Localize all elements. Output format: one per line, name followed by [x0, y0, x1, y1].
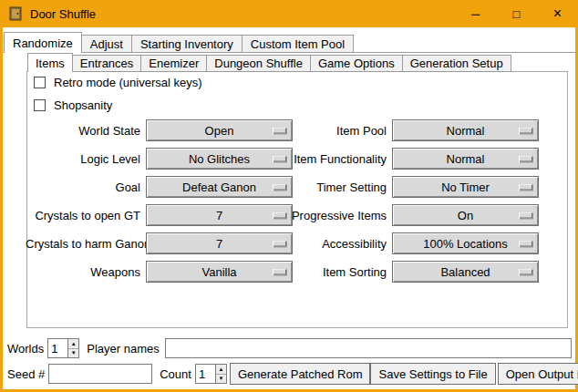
- dropdown-value: Balanced: [440, 265, 490, 279]
- shopsanity-checkbox[interactable]: [34, 99, 46, 111]
- tab-dungeon-shuffle[interactable]: Dungeon Shuffle: [206, 55, 311, 72]
- player-names-input[interactable]: [165, 338, 572, 358]
- shopsanity-row: Shopsanity: [34, 98, 112, 112]
- dropdown-value: Defeat Ganon: [182, 181, 256, 194]
- tab-game-options[interactable]: Game Options: [310, 55, 403, 72]
- tab-adjust[interactable]: Adjust: [81, 35, 132, 53]
- tab-entrances[interactable]: Entrances: [72, 55, 142, 72]
- logic-level-dropdown[interactable]: No Glitches: [146, 148, 293, 170]
- item-pool-dropdown[interactable]: Normal: [392, 119, 539, 141]
- crystals-harm-ganon-label: Crystals to harm Ganon: [26, 237, 146, 251]
- count-label: Count: [160, 367, 191, 381]
- title-bar[interactable]: Door Shuffle ─ □ ×: [0, 0, 578, 27]
- sub-tab-bar: Items Entrances Enemizer Dungeon Shuffle…: [27, 53, 511, 72]
- crystals-harm-ganon-dropdown[interactable]: 7: [146, 232, 293, 254]
- dropdown-value: No Glitches: [189, 152, 250, 166]
- progressive-items-dropdown[interactable]: On: [392, 204, 539, 226]
- option-row: World State Open: [26, 119, 293, 141]
- minimize-button-icon[interactable]: ─: [455, 0, 496, 27]
- item-pool-label: Item Pool: [275, 124, 392, 138]
- goal-dropdown[interactable]: Defeat Ganon: [146, 176, 293, 198]
- dropdown-value: 7: [216, 237, 222, 251]
- option-row: Item Pool Normal: [275, 119, 539, 141]
- generate-row: Seed # Count ▲ ▼ Generate Patched Rom Sa…: [7, 363, 572, 385]
- world-state-label: World State: [26, 124, 146, 138]
- tab-custom-item-pool[interactable]: Custom Item Pool: [242, 35, 354, 53]
- app-icon: [8, 6, 23, 21]
- save-settings-button[interactable]: Save Settings to File: [370, 363, 495, 385]
- count-spinner: ▲ ▼: [195, 364, 227, 384]
- dropdown-value: Open: [205, 124, 234, 138]
- weapons-dropdown[interactable]: Vanilla: [146, 261, 293, 283]
- goal-label: Goal: [26, 181, 146, 194]
- dropdown-indicator-icon: [519, 184, 532, 191]
- open-output-directory-button[interactable]: Open Output Directory: [498, 363, 578, 385]
- dropdown-value: Vanilla: [201, 265, 236, 279]
- spin-up-icon[interactable]: ▲: [68, 339, 78, 348]
- worlds-row: Worlds ▲ ▼ Player names: [7, 338, 572, 358]
- window-title: Door Shuffle: [30, 7, 96, 21]
- world-state-dropdown[interactable]: Open: [146, 119, 293, 141]
- option-row: Goal Defeat Ganon: [26, 176, 293, 198]
- dropdown-indicator-icon: [519, 128, 532, 134]
- accessibility-dropdown[interactable]: 100% Locations: [392, 232, 539, 254]
- tab-enemizer[interactable]: Enemizer: [140, 55, 207, 72]
- option-row: Progressive Items On: [275, 204, 539, 226]
- option-row: Item Sorting Balanced: [275, 261, 539, 283]
- maximize-button-icon[interactable]: □: [496, 0, 537, 27]
- tab-generation-setup[interactable]: Generation Setup: [402, 55, 511, 72]
- dropdown-value: No Timer: [441, 181, 490, 194]
- retro-mode-row: Retro mode (universal keys): [34, 75, 202, 89]
- timer-setting-dropdown[interactable]: No Timer: [392, 176, 539, 198]
- shopsanity-label: Shopsanity: [54, 98, 112, 112]
- timer-setting-label: Timer Setting: [275, 181, 392, 194]
- dropdown-indicator-icon: [519, 241, 532, 247]
- tab-randomize[interactable]: Randomize: [4, 32, 82, 53]
- option-row: Crystals to harm Ganon 7: [26, 232, 293, 254]
- weapons-label: Weapons: [26, 265, 146, 279]
- close-button-icon[interactable]: ×: [537, 0, 578, 27]
- dropdown-value: 7: [216, 209, 222, 222]
- dropdown-value: Normal: [447, 152, 485, 166]
- option-row: Logic Level No Glitches: [26, 148, 293, 170]
- crystals-open-gt-label: Crystals to open GT: [26, 209, 146, 222]
- dropdown-value: Normal: [447, 124, 485, 138]
- item-functionality-label: Item Functionality: [275, 152, 392, 166]
- worlds-spinner: ▲ ▼: [47, 338, 79, 358]
- options-column-right: Item Pool Normal Item Functionality Norm…: [275, 119, 539, 289]
- worlds-label: Worlds: [7, 342, 44, 356]
- main-tab-bar: Randomize Adjust Starting Inventory Cust…: [4, 32, 354, 53]
- dropdown-value: 100% Locations: [423, 237, 508, 251]
- app-window: Door Shuffle ─ □ × Randomize Adjust Star…: [0, 0, 578, 392]
- dropdown-indicator-icon: [519, 212, 532, 219]
- logic-level-label: Logic Level: [26, 152, 146, 166]
- generate-patched-rom-button[interactable]: Generate Patched Rom: [230, 363, 371, 385]
- retro-mode-label: Retro mode (universal keys): [54, 76, 202, 89]
- spin-down-icon[interactable]: ▼: [68, 348, 78, 358]
- options-column-left: World State Open Logic Level No Glitches…: [26, 119, 293, 289]
- count-input[interactable]: [195, 364, 215, 384]
- worlds-spin-arrows: ▲ ▼: [67, 338, 79, 358]
- item-sorting-label: Item Sorting: [275, 265, 392, 279]
- seed-input[interactable]: [48, 364, 152, 384]
- seed-label: Seed #: [7, 367, 45, 381]
- spin-up-icon[interactable]: ▲: [216, 365, 226, 374]
- tab-items[interactable]: Items: [27, 53, 73, 72]
- option-row: Timer Setting No Timer: [275, 176, 539, 198]
- progressive-items-label: Progressive Items: [275, 209, 392, 222]
- option-row: Item Functionality Normal: [275, 148, 539, 170]
- option-row: Weapons Vanilla: [26, 261, 293, 283]
- accessibility-label: Accessibility: [275, 237, 392, 251]
- item-sorting-dropdown[interactable]: Balanced: [392, 261, 539, 283]
- item-functionality-dropdown[interactable]: Normal: [392, 148, 539, 170]
- worlds-input[interactable]: [47, 338, 67, 358]
- dropdown-value: On: [458, 209, 473, 222]
- dropdown-indicator-icon: [519, 269, 532, 275]
- window-controls: ─ □ ×: [455, 0, 578, 27]
- crystals-open-gt-dropdown[interactable]: 7: [146, 204, 293, 226]
- spin-down-icon[interactable]: ▼: [216, 374, 226, 384]
- player-names-label: Player names: [87, 342, 159, 356]
- option-row: Crystals to open GT 7: [26, 204, 293, 226]
- retro-mode-checkbox[interactable]: [34, 77, 46, 88]
- tab-starting-inventory[interactable]: Starting Inventory: [131, 35, 243, 53]
